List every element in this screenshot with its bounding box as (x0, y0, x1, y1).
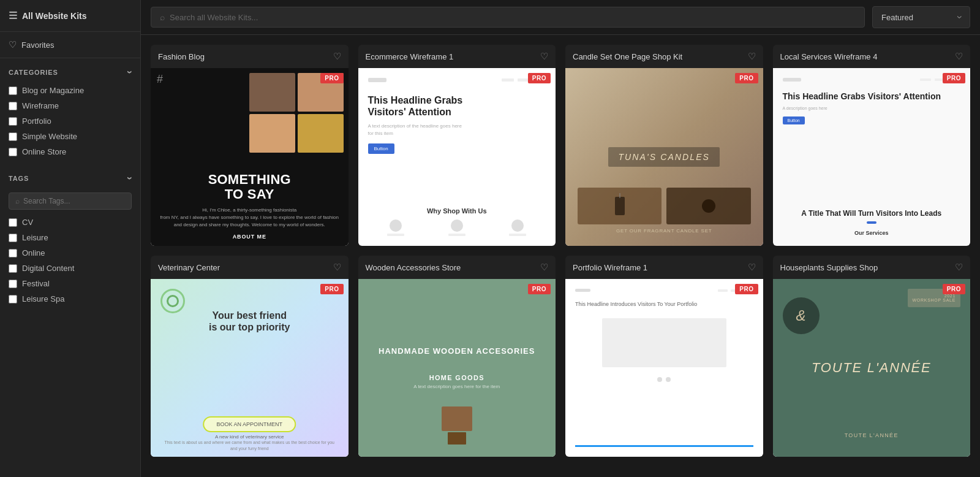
tags-section-header[interactable]: TAGS › (0, 164, 140, 189)
category-online-store[interactable]: Online Store (9, 144, 132, 159)
tag-leisure-spa-checkbox[interactable] (9, 295, 17, 303)
favorite-heart-icon[interactable]: ♡ (748, 262, 756, 273)
category-simple-website[interactable]: Simple Website (9, 129, 132, 144)
favorite-heart-icon[interactable]: ♡ (540, 51, 548, 62)
category-online-store-checkbox[interactable] (9, 148, 17, 156)
pro-badge: PRO (943, 284, 965, 294)
pro-badge: PRO (528, 73, 551, 83)
app-title: All Website Kits (22, 11, 87, 21)
favorite-heart-icon[interactable]: ♡ (540, 262, 548, 273)
kit-title: Candle Set One Page Shop Kit (573, 52, 682, 61)
kit-card-candle-set[interactable]: Candle Set One Page Shop Kit ♡ TUNA'S CA… (565, 45, 763, 246)
search-box[interactable]: ⌕ (151, 7, 865, 28)
kit-preview-wooden: HANDMADE WOODEN ACCESORIES HOME GOODS A … (358, 279, 556, 457)
tags-label: TAGS (9, 175, 29, 182)
app-title-bar[interactable]: ☰ All Website Kits (0, 0, 140, 32)
favorite-heart-icon[interactable]: ♡ (333, 262, 341, 273)
tag-leisure[interactable]: Leisure (9, 230, 132, 245)
kit-preview-houseplants: TOUTE L'ANNÉE 2021WORKSHOP SALE TOUTE L'… (773, 279, 971, 457)
tag-festival-label: Festival (22, 279, 50, 288)
pro-badge: PRO (735, 73, 758, 83)
category-simple-website-checkbox[interactable] (9, 132, 17, 141)
favorite-heart-icon[interactable]: ♡ (955, 262, 963, 273)
category-portfolio[interactable]: Portfolio (9, 113, 132, 129)
kit-card-header: Portfolio Wireframe 1 ♡ (565, 256, 763, 279)
kit-card-header: Wooden Accessories Store ♡ (358, 256, 556, 279)
tag-cv-checkbox[interactable] (9, 218, 17, 227)
kit-title: Wooden Accessories Store (366, 263, 461, 272)
category-portfolio-label: Portfolio (22, 116, 51, 126)
categories-chevron-icon: › (124, 71, 135, 74)
tag-online-checkbox[interactable] (9, 249, 17, 258)
kit-title: Ecommerce Wireframe 1 (366, 52, 454, 61)
kit-card-fashion-blog[interactable]: Fashion Blog ♡ # SOMETHINGTO SAY Hi, I'm… (151, 45, 349, 246)
category-blog[interactable]: Blog or Magazine (9, 83, 132, 98)
category-blog-label: Blog or Magazine (22, 86, 84, 95)
kit-card-ecommerce-wireframe[interactable]: Ecommerce Wireframe 1 ♡ This Headline Gr… (358, 45, 556, 246)
tags-chevron-icon: › (124, 177, 135, 180)
pro-badge: PRO (528, 284, 551, 294)
kit-preview-veterinary: Your best friendis our top priority BOOK… (151, 279, 349, 457)
kit-title: Houseplants Supplies Shop (780, 263, 878, 272)
category-blog-checkbox[interactable] (9, 86, 17, 95)
kit-card-portfolio-wireframe[interactable]: Portfolio Wireframe 1 ♡ This Headline In… (565, 256, 763, 457)
kit-card-header: Ecommerce Wireframe 1 ♡ (358, 45, 556, 68)
kit-card-header: Fashion Blog ♡ (151, 45, 349, 68)
category-portfolio-checkbox[interactable] (9, 117, 17, 126)
kit-card-header: Candle Set One Page Shop Kit ♡ (565, 45, 763, 68)
tags-search-input[interactable] (23, 197, 125, 205)
sidebar: ☰ All Website Kits ♡ Favorites CATEGORIE… (0, 0, 141, 477)
search-icon: ⌕ (160, 12, 165, 22)
kit-title: Local Services Wireframe 4 (780, 52, 878, 61)
hamburger-icon: ☰ (9, 10, 17, 21)
tag-festival-checkbox[interactable] (9, 280, 17, 288)
search-input[interactable] (170, 13, 856, 22)
tag-online-label: Online (22, 248, 45, 258)
favorite-heart-icon[interactable]: ♡ (955, 51, 963, 62)
featured-label: Featured (881, 13, 913, 22)
kit-title: Fashion Blog (158, 52, 205, 61)
categories-list: Blog or Magazine Wireframe Portfolio Sim… (0, 83, 140, 159)
pro-badge: PRO (320, 73, 343, 83)
category-simple-website-label: Simple Website (22, 132, 77, 141)
tags-search-box[interactable]: ⌕ (9, 193, 132, 210)
tag-digital-content-label: Digital Content (22, 264, 74, 273)
favorites-heart-icon: ♡ (9, 39, 17, 50)
main-content: ⌕ Featured › Fashion Blog ♡ # (141, 0, 980, 477)
kit-title: Portfolio Wireframe 1 (573, 263, 647, 272)
kit-title: Veterinary Center (158, 263, 220, 272)
kit-card-header: Local Services Wireframe 4 ♡ (773, 45, 971, 68)
favorite-heart-icon[interactable]: ♡ (748, 51, 756, 62)
kit-preview-portfolio: This Headline Introduces Visitors To You… (565, 279, 763, 457)
pro-badge: PRO (943, 73, 965, 83)
tag-leisure-checkbox[interactable] (9, 234, 17, 242)
tag-digital-content[interactable]: Digital Content (9, 261, 132, 276)
category-online-store-label: Online Store (22, 147, 66, 156)
kit-preview-ecommerce: This Headline Grabs Visitors' Attention … (358, 68, 556, 246)
favorites-label: Favorites (21, 40, 54, 50)
kit-card-houseplants[interactable]: Houseplants Supplies Shop ♡ TOUTE L'ANNÉ… (773, 256, 971, 457)
tag-leisure-spa[interactable]: Leisure Spa (9, 291, 132, 307)
kit-card-wooden-accessories[interactable]: Wooden Accessories Store ♡ HANDMADE WOOD… (358, 256, 556, 457)
tag-cv[interactable]: CV (9, 215, 132, 230)
categories-section-header[interactable]: CATEGORIES › (0, 58, 140, 83)
featured-chevron-icon: › (954, 15, 965, 18)
tag-leisure-label: Leisure (22, 233, 48, 242)
category-wireframe-checkbox[interactable] (9, 102, 17, 110)
kit-card-veterinary[interactable]: Veterinary Center ♡ Your best friendis o… (151, 256, 349, 457)
favorite-heart-icon[interactable]: ♡ (333, 51, 341, 62)
favorites-item[interactable]: ♡ Favorites (0, 32, 140, 58)
tag-online[interactable]: Online (9, 245, 132, 261)
tags-search-icon: ⌕ (15, 197, 20, 205)
kit-preview-candle: TUNA'S CANDLES (565, 68, 763, 246)
tags-list: CV Leisure Online Digital Content Festiv… (0, 215, 140, 313)
tag-digital-content-checkbox[interactable] (9, 264, 17, 273)
featured-dropdown[interactable]: Featured › (872, 6, 970, 28)
kits-grid: Fashion Blog ♡ # SOMETHINGTO SAY Hi, I'm… (141, 35, 980, 477)
toolbar: ⌕ Featured › (141, 0, 980, 35)
kit-card-header: Veterinary Center ♡ (151, 256, 349, 279)
kit-preview-fashion-blog: # SOMETHINGTO SAY Hi, I'm Chloe, a thirt… (151, 68, 349, 246)
tag-festival[interactable]: Festival (9, 276, 132, 291)
kit-card-local-services[interactable]: Local Services Wireframe 4 ♡ This Headli… (773, 45, 971, 246)
category-wireframe[interactable]: Wireframe (9, 98, 132, 113)
